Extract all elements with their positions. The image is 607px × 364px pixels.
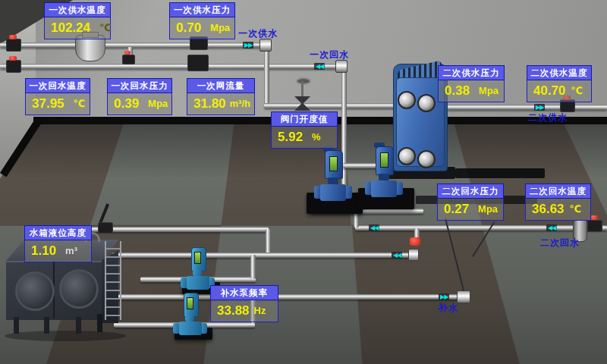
- gauge-secondary-supply-pressure[interactable]: 二次供水压力 0.38Mpa: [438, 65, 505, 102]
- pump-indicator: [194, 252, 201, 264]
- drain-valve[interactable]: [410, 237, 420, 246]
- gauge-value: 40.70: [533, 83, 566, 99]
- pipe-tank-elbow: [266, 229, 271, 255]
- gauge-unit: m³: [65, 243, 77, 259]
- gauge-unit: %: [312, 129, 321, 146]
- pipe-label-secondary-supply: 二次供水: [528, 111, 568, 124]
- tank-leg: [97, 314, 102, 332]
- tank-shadow: [5, 331, 126, 341]
- pipe-makeup-riser1: [250, 255, 256, 279]
- gauge-value: 37.95: [32, 96, 64, 112]
- pipe-label-secondary-return: 二次回水: [540, 237, 580, 249]
- gauge-valve-opening[interactable]: 阀门开度值 5.92%: [271, 111, 338, 149]
- pipe-makeup-upper: [112, 253, 417, 258]
- pipe-label-primary-return: 一次回水: [310, 49, 349, 61]
- pipe-primary-supply-drop: [264, 46, 269, 106]
- gauge-unit: Mpa: [148, 96, 168, 112]
- gauge-value: 0.38: [445, 83, 470, 99]
- gauge-value: 31.80: [193, 96, 226, 112]
- small-valve[interactable]: [122, 55, 135, 64]
- tank-leg: [76, 317, 81, 334]
- tank-ladder: [105, 241, 121, 320]
- gauge-label: 补水泵频率: [210, 285, 278, 300]
- gauge-label: 二次回水压力: [437, 184, 504, 199]
- gauge-primary-supply-temperature[interactable]: 一次供水温度 102.24℃: [44, 2, 111, 39]
- gauge-value: 0.27: [444, 201, 469, 218]
- gauge-label: 一次供水压力: [169, 2, 235, 17]
- gauge-secondary-return-pressure[interactable]: 二次回水压力 0.27Mpa: [437, 184, 504, 221]
- pump-volute: [320, 184, 346, 201]
- gauge-primary-return-temperature[interactable]: 一次回水温度 37.95℃: [25, 78, 90, 115]
- pump-volute: [187, 276, 209, 290]
- valve-primary-supply-inlet[interactable]: [6, 39, 21, 52]
- flow-right-icon: ▶▶: [439, 293, 449, 300]
- pipe-makeup-discharge: [112, 294, 463, 300]
- valve-handle: [590, 215, 598, 220]
- valve-handle: [124, 51, 131, 55]
- gauge-label: 二次供水压力: [438, 65, 505, 80]
- gauge-label: 水箱液位高度: [24, 225, 92, 240]
- pump-neck: [185, 315, 194, 322]
- tank-manhole: [15, 271, 55, 311]
- valve-primary-return-outlet[interactable]: [6, 60, 21, 73]
- pipe-primary-supply: [0, 42, 267, 48]
- pump-volute: [371, 180, 397, 197]
- pipe-secondary-return: [355, 225, 607, 231]
- flow-left-icon: ◀◀: [546, 224, 557, 231]
- gauge-unit: m³/h: [230, 96, 250, 112]
- gauge-unit: ℃: [74, 96, 86, 112]
- gauge-label: 阀门开度值: [271, 111, 338, 127]
- flow-left-icon: ◀◀: [314, 63, 325, 70]
- flange-makeup-end: [457, 290, 470, 303]
- gauge-makeup-pump-frequency[interactable]: 补水泵频率 33.88Hz: [210, 285, 278, 322]
- pump-neck: [328, 177, 338, 184]
- gauge-unit: ℃: [99, 20, 112, 36]
- pump-volute: [179, 322, 202, 335]
- hmi-screen: ▶▶ ◀◀ ▶▶ ◀◀ ◀◀ ◀◀ ▶▶: [0, 0, 607, 364]
- pipe-label-makeup-water: 补水: [439, 302, 458, 315]
- gauge-secondary-supply-temperature[interactable]: 二次供水温度 40.70℃: [527, 65, 592, 102]
- gauge-unit: Mpa: [210, 20, 230, 36]
- gauge-value: 1.10: [31, 243, 56, 259]
- pump-indicator: [380, 152, 388, 168]
- gauge-tank-level[interactable]: 水箱液位高度 1.10m³: [24, 225, 92, 262]
- heat-exchanger-port: [417, 150, 436, 168]
- gauge-unit: Mpa: [478, 201, 498, 218]
- gauge-label: 一次回水压力: [107, 78, 172, 93]
- valve-secondary-return[interactable]: [587, 220, 602, 232]
- flow-right-icon: ▶▶: [243, 42, 253, 49]
- heat-exchanger-port: [398, 147, 416, 165]
- gate-valve-return[interactable]: [187, 55, 209, 71]
- gauge-secondary-return-temperature[interactable]: 二次回水温度 36.63℃: [525, 184, 591, 221]
- valve-handle: [9, 56, 17, 61]
- tank-leg: [44, 317, 49, 334]
- gauge-primary-supply-pressure[interactable]: 一次供水压力 0.70Mpa: [169, 2, 235, 39]
- gauge-unit: Mpa: [479, 83, 498, 99]
- flow-left-icon: ◀◀: [369, 224, 379, 231]
- tank-leg: [14, 317, 19, 334]
- pump-neck: [193, 270, 202, 276]
- lever-valve[interactable]: [98, 222, 113, 234]
- gauge-value: 33.88: [217, 303, 250, 319]
- pump-indicator: [187, 297, 193, 309]
- pipe-primary-supply-to-exchanger: [264, 103, 402, 108]
- pipe-label-primary-supply: 一次供水: [238, 27, 278, 40]
- gauge-value: 0.70: [176, 20, 201, 36]
- tank-manhole: [59, 269, 99, 309]
- control-valve-handwheel: [296, 77, 311, 85]
- control-valve-stem: [301, 81, 304, 98]
- gauge-unit: ℃: [571, 83, 583, 99]
- gauge-label: 一次网流量: [187, 78, 255, 93]
- valve-handle: [9, 35, 17, 39]
- floor-pad: [455, 168, 545, 178]
- pipe-primary-return: [0, 64, 340, 69]
- gauge-primary-network-flow[interactable]: 一次网流量 31.80m³/h: [187, 78, 255, 115]
- gauge-primary-return-pressure[interactable]: 一次回水压力 0.39Mpa: [107, 78, 172, 115]
- gauge-label: 二次供水温度: [527, 65, 592, 80]
- gauge-unit: ℃: [570, 201, 582, 218]
- heat-exchanger-port: [417, 94, 436, 112]
- pump-indicator: [329, 156, 338, 171]
- pipe-secondary-supply: [423, 105, 607, 110]
- heat-exchanger-port: [398, 91, 416, 109]
- flange: [259, 39, 272, 52]
